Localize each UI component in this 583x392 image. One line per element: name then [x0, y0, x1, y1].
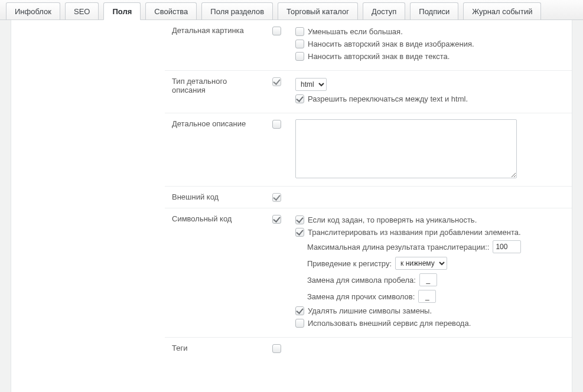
text-watermark-text: Наносить авторский знак в виде текста. — [308, 52, 450, 61]
tab-captions[interactable]: Подписи — [410, 2, 458, 20]
input-space-replace[interactable] — [419, 273, 437, 286]
checkbox-watermark-image[interactable] — [295, 40, 304, 48]
row-tags: Теги — [165, 338, 572, 360]
active-checkbox-detail-text[interactable] — [272, 120, 281, 129]
label-other-replace: Замена для прочих символов: — [307, 292, 415, 301]
fields-table: Детальная картинка Уменьшать если больша… — [165, 20, 572, 359]
label-tags: Теги — [165, 338, 265, 360]
tab-section-fields[interactable]: Поля разделов — [201, 2, 273, 20]
text-translit: Транслитерировать из названия при добавл… — [308, 228, 521, 237]
tab-access[interactable]: Доступ — [363, 2, 405, 20]
label-detail-picture: Детальная картинка — [165, 20, 265, 71]
text-allow-switch: Разрешить переключаться между text и htm… — [308, 94, 468, 103]
label-external-code: Внешний код — [165, 187, 265, 208]
row-symbol-code: Символьный код Если код задан, то провер… — [165, 208, 572, 338]
tab-properties[interactable]: Свойства — [145, 2, 197, 20]
checkbox-shrink[interactable] — [295, 27, 304, 36]
tabs-bar: Инфоблок SEO Поля Свойства Поля разделов… — [0, 0, 583, 20]
select-detail-text-type[interactable]: html — [295, 78, 327, 91]
select-case[interactable]: к нижнему — [395, 257, 447, 270]
checkbox-trim[interactable] — [295, 306, 304, 315]
form-panel: Детальная картинка Уменьшать если больша… — [11, 20, 572, 392]
label-case: Приведение к регистру: — [307, 259, 392, 268]
label-detail-text: Детальное описание — [165, 113, 265, 187]
row-detail-text-type: Тип детального описания html Разрешить п… — [165, 71, 572, 113]
checkbox-allow-switch[interactable] — [295, 94, 304, 103]
label-detail-text-type: Тип детального описания — [165, 71, 265, 113]
label-symbol-code: Символьный код — [165, 208, 265, 338]
tab-fields[interactable]: Поля — [103, 2, 141, 20]
checkbox-watermark-text[interactable] — [295, 52, 304, 61]
text-trim: Удалять лишние символы замены. — [308, 306, 432, 315]
active-checkbox-symbol-code[interactable] — [272, 215, 281, 224]
active-checkbox-tags[interactable] — [272, 344, 281, 353]
tab-seo[interactable]: SEO — [65, 2, 99, 20]
active-checkbox-detail-text-type — [272, 77, 281, 86]
textarea-detail-text[interactable] — [295, 119, 517, 178]
active-checkbox-detail-picture[interactable] — [272, 27, 281, 35]
tab-infoblock[interactable]: Инфоблок — [6, 2, 60, 20]
checkbox-translit[interactable] — [295, 228, 304, 237]
row-detail-text: Детальное описание — [165, 113, 572, 187]
checkbox-unique[interactable] — [295, 215, 304, 224]
checkbox-external-service[interactable] — [295, 319, 304, 328]
row-detail-picture: Детальная картинка Уменьшать если больша… — [165, 20, 572, 71]
tab-catalog[interactable]: Торговый каталог — [278, 2, 358, 20]
label-maxlen: Максимальная длина результата транслитер… — [307, 243, 489, 251]
text-unique: Если код задан, то проверять на уникальн… — [308, 215, 477, 224]
active-checkbox-external-code — [272, 193, 281, 202]
text-watermark-image: Наносить авторский знак в виде изображен… — [308, 40, 474, 48]
text-external-service: Использовать внешний сервис для перевода… — [308, 319, 471, 328]
text-shrink: Уменьшать если большая. — [308, 27, 403, 36]
label-space-replace: Замена для символа пробела: — [307, 276, 416, 285]
input-other-replace[interactable] — [418, 290, 436, 303]
row-external-code: Внешний код — [165, 187, 572, 208]
tab-event-log[interactable]: Журнал событий — [463, 2, 541, 20]
input-maxlen[interactable] — [493, 240, 521, 253]
